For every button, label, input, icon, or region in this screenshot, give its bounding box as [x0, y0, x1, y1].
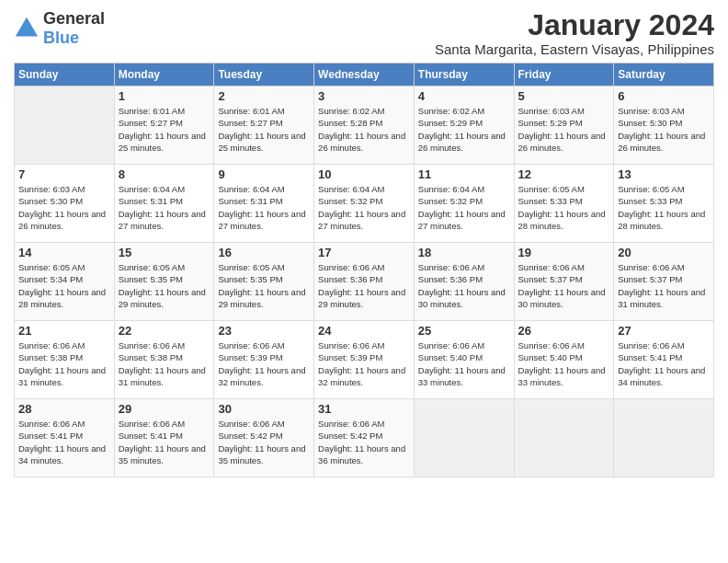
cell-info: Sunrise: 6:06 AM Sunset: 5:38 PM Dayligh…: [119, 339, 210, 388]
daylight-text: Daylight: 11 hours and 25 minutes.: [119, 130, 210, 155]
sunrise-text: Sunrise: 6:05 AM: [518, 183, 610, 195]
daylight-text: Daylight: 11 hours and 26 minutes.: [518, 130, 610, 155]
logo-blue: Blue: [43, 29, 79, 47]
day-number: 27: [618, 324, 710, 338]
day-number: 29: [119, 402, 210, 416]
cell-info: Sunrise: 6:05 AM Sunset: 5:33 PM Dayligh…: [518, 183, 610, 232]
sunrise-text: Sunrise: 6:06 AM: [119, 339, 210, 351]
title-block: January 2024 Santa Margarita, Eastern Vi…: [435, 9, 714, 57]
sunset-text: Sunset: 5:38 PM: [18, 351, 110, 363]
day-number: 5: [518, 89, 610, 103]
day-number: 21: [18, 324, 110, 338]
day-number: 4: [418, 89, 510, 103]
day-number: 22: [119, 324, 210, 338]
calendar-week-row: 21 Sunrise: 6:06 AM Sunset: 5:38 PM Dayl…: [15, 321, 714, 399]
cell-info: Sunrise: 6:06 AM Sunset: 5:40 PM Dayligh…: [518, 339, 610, 388]
header-wednesday: Wednesday: [314, 63, 415, 86]
calendar-cell: 29 Sunrise: 6:06 AM Sunset: 5:41 PM Dayl…: [114, 399, 214, 477]
daylight-text: Daylight: 11 hours and 27 minutes.: [418, 208, 510, 233]
cell-info: Sunrise: 6:05 AM Sunset: 5:34 PM Dayligh…: [18, 261, 110, 310]
sunset-text: Sunset: 5:36 PM: [418, 273, 510, 285]
daylight-text: Daylight: 11 hours and 33 minutes.: [518, 364, 610, 389]
cell-info: Sunrise: 6:06 AM Sunset: 5:42 PM Dayligh…: [318, 418, 410, 466]
daylight-text: Daylight: 11 hours and 29 minutes.: [318, 286, 410, 311]
calendar-cell: 18 Sunrise: 6:06 AM Sunset: 5:36 PM Dayl…: [414, 243, 514, 321]
sunrise-text: Sunrise: 6:02 AM: [418, 105, 510, 117]
sunrise-text: Sunrise: 6:04 AM: [318, 183, 410, 195]
sunset-text: Sunset: 5:30 PM: [18, 195, 110, 207]
header-sunday: Sunday: [15, 63, 115, 86]
sunrise-text: Sunrise: 6:03 AM: [518, 105, 610, 117]
cell-info: Sunrise: 6:06 AM Sunset: 5:39 PM Dayligh…: [218, 339, 310, 388]
calendar-week-row: 14 Sunrise: 6:05 AM Sunset: 5:34 PM Dayl…: [15, 243, 714, 321]
sunrise-text: Sunrise: 6:05 AM: [18, 261, 110, 273]
calendar-cell: 7 Sunrise: 6:03 AM Sunset: 5:30 PM Dayli…: [15, 165, 115, 243]
day-number: 2: [218, 89, 310, 103]
day-number: 19: [518, 246, 610, 259]
daylight-text: Daylight: 11 hours and 32 minutes.: [218, 364, 310, 389]
day-number: 12: [518, 167, 610, 181]
day-number: 10: [318, 167, 410, 181]
cell-info: Sunrise: 6:06 AM Sunset: 5:41 PM Dayligh…: [18, 418, 110, 466]
calendar-cell: 3 Sunrise: 6:02 AM Sunset: 5:28 PM Dayli…: [314, 86, 415, 165]
sunset-text: Sunset: 5:34 PM: [18, 273, 110, 285]
svg-marker-0: [16, 17, 38, 37]
calendar-cell: 26 Sunrise: 6:06 AM Sunset: 5:40 PM Dayl…: [514, 321, 614, 399]
day-number: 17: [318, 246, 410, 259]
day-number: 20: [618, 246, 710, 259]
logo-general: General: [43, 9, 105, 28]
sunrise-text: Sunrise: 6:06 AM: [318, 339, 410, 351]
cell-info: Sunrise: 6:01 AM Sunset: 5:27 PM Dayligh…: [119, 105, 210, 154]
calendar-table: Sunday Monday Tuesday Wednesday Thursday…: [14, 63, 714, 477]
calendar-cell: 1 Sunrise: 6:01 AM Sunset: 5:27 PM Dayli…: [114, 86, 214, 165]
cell-info: Sunrise: 6:02 AM Sunset: 5:28 PM Dayligh…: [318, 105, 410, 154]
cell-info: Sunrise: 6:05 AM Sunset: 5:33 PM Dayligh…: [618, 183, 710, 232]
daylight-text: Daylight: 11 hours and 34 minutes.: [18, 442, 110, 467]
sunrise-text: Sunrise: 6:06 AM: [418, 339, 510, 351]
calendar-cell: 2 Sunrise: 6:01 AM Sunset: 5:27 PM Dayli…: [214, 86, 314, 165]
sunset-text: Sunset: 5:41 PM: [18, 430, 110, 442]
daylight-text: Daylight: 11 hours and 30 minutes.: [418, 286, 510, 311]
sunset-text: Sunset: 5:35 PM: [218, 273, 310, 285]
cell-info: Sunrise: 6:04 AM Sunset: 5:32 PM Dayligh…: [318, 183, 410, 232]
calendar-cell: 31 Sunrise: 6:06 AM Sunset: 5:42 PM Dayl…: [314, 399, 415, 477]
day-number: 13: [618, 167, 710, 181]
cell-info: Sunrise: 6:06 AM Sunset: 5:40 PM Dayligh…: [418, 339, 510, 388]
calendar-cell: 24 Sunrise: 6:06 AM Sunset: 5:39 PM Dayl…: [314, 321, 415, 399]
calendar-cell: [614, 399, 714, 477]
sunrise-text: Sunrise: 6:06 AM: [218, 418, 310, 430]
cell-info: Sunrise: 6:05 AM Sunset: 5:35 PM Dayligh…: [218, 261, 310, 310]
sunset-text: Sunset: 5:36 PM: [318, 273, 410, 285]
calendar-cell: 11 Sunrise: 6:04 AM Sunset: 5:32 PM Dayl…: [414, 165, 514, 243]
day-number: 23: [218, 324, 310, 338]
daylight-text: Daylight: 11 hours and 29 minutes.: [119, 286, 210, 311]
cell-info: Sunrise: 6:02 AM Sunset: 5:29 PM Dayligh…: [418, 105, 510, 154]
day-number: 24: [318, 324, 410, 338]
cell-info: Sunrise: 6:06 AM Sunset: 5:37 PM Dayligh…: [618, 261, 710, 310]
daylight-text: Daylight: 11 hours and 28 minutes.: [618, 208, 710, 233]
sunset-text: Sunset: 5:42 PM: [318, 430, 410, 442]
sunrise-text: Sunrise: 6:06 AM: [318, 261, 410, 273]
calendar-cell: [514, 399, 614, 477]
sunset-text: Sunset: 5:40 PM: [418, 351, 510, 363]
calendar-cell: 23 Sunrise: 6:06 AM Sunset: 5:39 PM Dayl…: [214, 321, 314, 399]
sunset-text: Sunset: 5:32 PM: [318, 195, 410, 207]
month-title: January 2024: [435, 9, 714, 41]
sunset-text: Sunset: 5:31 PM: [218, 195, 310, 207]
sunset-text: Sunset: 5:37 PM: [518, 273, 610, 285]
daylight-text: Daylight: 11 hours and 31 minutes.: [119, 364, 210, 389]
daylight-text: Daylight: 11 hours and 35 minutes.: [119, 442, 210, 467]
header-row: Sunday Monday Tuesday Wednesday Thursday…: [15, 63, 714, 86]
cell-info: Sunrise: 6:06 AM Sunset: 5:37 PM Dayligh…: [518, 261, 610, 310]
sunset-text: Sunset: 5:33 PM: [618, 195, 710, 207]
calendar-cell: 6 Sunrise: 6:03 AM Sunset: 5:30 PM Dayli…: [614, 86, 714, 165]
sunset-text: Sunset: 5:42 PM: [218, 430, 310, 442]
day-number: 7: [18, 167, 110, 181]
sunrise-text: Sunrise: 6:01 AM: [218, 105, 310, 117]
logo-icon: [14, 16, 40, 41]
cell-info: Sunrise: 6:06 AM Sunset: 5:42 PM Dayligh…: [218, 418, 310, 466]
day-number: 31: [318, 402, 410, 416]
calendar-cell: 4 Sunrise: 6:02 AM Sunset: 5:29 PM Dayli…: [414, 86, 514, 165]
daylight-text: Daylight: 11 hours and 29 minutes.: [218, 286, 310, 311]
cell-info: Sunrise: 6:03 AM Sunset: 5:29 PM Dayligh…: [518, 105, 610, 154]
